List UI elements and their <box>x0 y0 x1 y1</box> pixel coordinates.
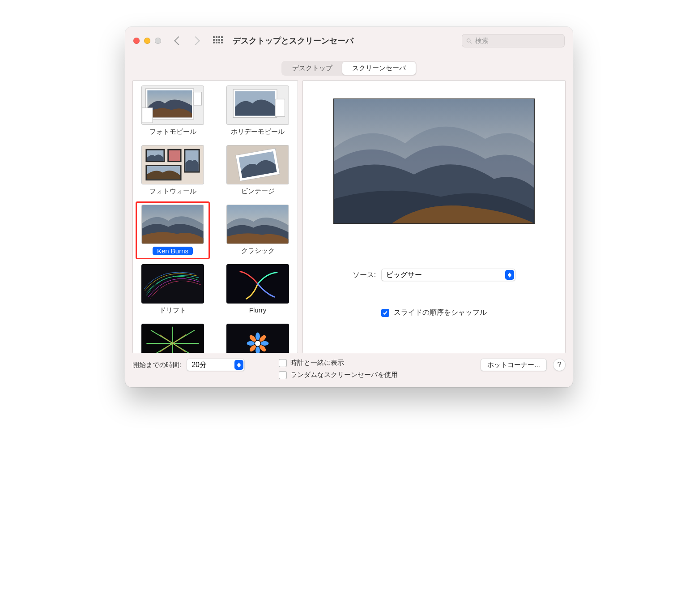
page-title: デスクトップとスクリーンセーバ <box>233 35 353 46</box>
svg-point-0 <box>467 38 471 42</box>
search-input[interactable]: 検索 <box>462 34 565 47</box>
show-clock-checkbox[interactable] <box>279 359 287 367</box>
screensaver-item-label: フォトウォール <box>149 187 196 196</box>
screensaver-item-label: Ken Burns <box>153 247 193 255</box>
start-label: 開始までの時間: <box>132 361 181 369</box>
tab-desktop[interactable]: デスクトップ <box>282 62 342 75</box>
svg-point-45 <box>261 341 269 346</box>
check-icon <box>383 310 388 316</box>
start-value: 20分 <box>192 360 207 370</box>
preview-panel: ソース: ビッグサー スライドの順序をシャッフル <box>302 80 566 353</box>
screensaver-item[interactable]: ホリデーモビール <box>221 82 295 140</box>
tab-screensaver[interactable]: スクリーンセーバ <box>342 62 416 75</box>
forward-button <box>191 36 200 45</box>
titlebar: デスクトップとスクリーンセーバ 検索 <box>125 27 573 55</box>
svg-line-1 <box>470 42 472 43</box>
screensaver-item[interactable]: Flurry <box>221 261 295 319</box>
close-icon[interactable] <box>133 38 140 44</box>
search-placeholder: 検索 <box>475 37 489 45</box>
back-button[interactable] <box>174 36 183 45</box>
shuffle-label: スライドの順序をシャッフル <box>394 308 487 317</box>
svg-rect-15 <box>169 150 180 161</box>
svg-point-44 <box>247 341 255 346</box>
screensaver-item[interactable]: Shell <box>221 321 295 353</box>
shuffle-checkbox[interactable] <box>381 309 389 317</box>
source-value: ビッグサー <box>386 270 422 280</box>
screensaver-item-label: フォトモビール <box>149 128 196 136</box>
zoom-icon <box>155 38 161 44</box>
random-checkbox[interactable] <box>279 371 287 379</box>
tabbar: デスクトップ スクリーンセーバ <box>125 55 573 80</box>
search-icon <box>466 38 472 44</box>
screensaver-item[interactable]: クラシック <box>221 201 295 259</box>
screensaver-item-label: ホリデーモビール <box>231 128 285 136</box>
help-button[interactable]: ? <box>553 359 566 371</box>
source-label: ソース: <box>353 270 376 280</box>
screensaver-item[interactable]: ドリフト <box>136 261 210 319</box>
screensaver-item[interactable]: Arabesque <box>136 321 210 353</box>
screensaver-item[interactable]: フォトウォール <box>136 142 210 200</box>
show-all-icon[interactable] <box>213 36 222 45</box>
start-select[interactable]: 20分 <box>187 359 245 371</box>
screensaver-list[interactable]: フォトモビール ホリデーモビール <box>132 80 298 353</box>
screensaver-item[interactable]: ビンテージ <box>221 142 295 200</box>
preview-image <box>333 98 535 224</box>
source-select[interactable]: ビッグサー <box>381 269 515 281</box>
prefs-window: デスクトップとスクリーンセーバ 検索 デスクトップ スクリーンセーバ <box>125 27 573 387</box>
screensaver-item-label: ビンテージ <box>241 187 275 196</box>
hot-corners-button[interactable]: ホットコーナー... <box>481 359 547 371</box>
svg-point-41 <box>255 341 260 346</box>
chevron-updown-icon <box>505 270 514 280</box>
screensaver-item-selected[interactable]: Ken Burns <box>136 201 210 259</box>
svg-rect-5 <box>194 92 202 105</box>
svg-point-42 <box>255 333 260 341</box>
screensaver-item-label: クラシック <box>241 247 275 255</box>
screensaver-item-label: ドリフト <box>159 306 186 315</box>
random-label: ランダムなスクリーンセーバを使用 <box>290 371 398 379</box>
screensaver-item[interactable]: フォトモビール <box>136 82 210 140</box>
minimize-icon[interactable] <box>144 38 150 44</box>
svg-rect-10 <box>275 99 285 116</box>
screensaver-item-label: Flurry <box>249 306 266 314</box>
show-clock-label: 時計と一緒に表示 <box>290 359 344 367</box>
svg-rect-6 <box>142 108 153 123</box>
traffic-lights <box>133 38 161 44</box>
chevron-updown-icon <box>234 360 243 370</box>
